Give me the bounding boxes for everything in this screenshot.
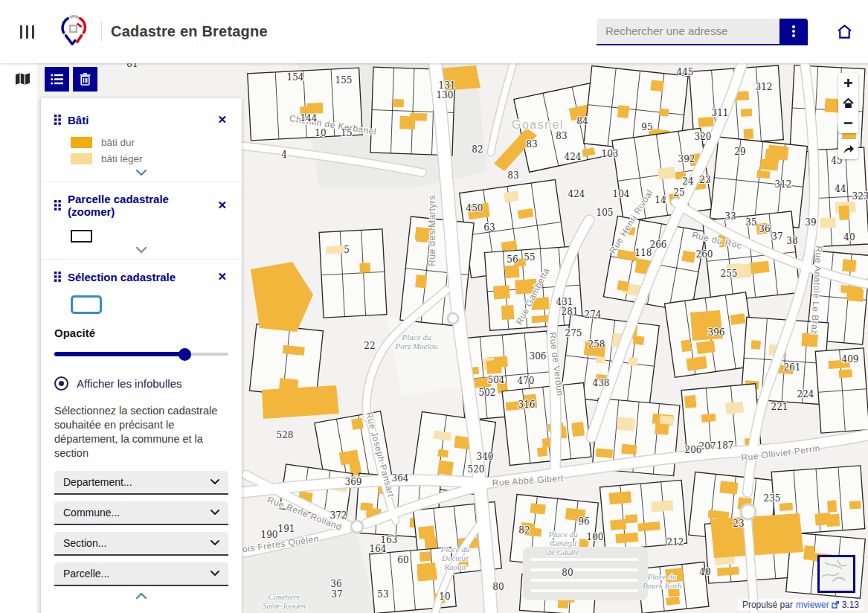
- home-icon: [836, 24, 853, 39]
- svg-text:Rue des Martyrs: Rue des Martyrs: [427, 195, 437, 266]
- map-building: [617, 280, 629, 292]
- map-building: [701, 414, 716, 423]
- svg-text:504: 504: [488, 375, 505, 385]
- svg-text:131: 131: [439, 80, 456, 91]
- svg-text:23: 23: [699, 175, 710, 185]
- clear-layers-button[interactable]: [73, 67, 97, 92]
- search-options-button[interactable]: [779, 19, 808, 44]
- svg-text:38: 38: [786, 236, 797, 246]
- map-building: [393, 99, 404, 107]
- collapse-selection-chevron[interactable]: [54, 593, 228, 599]
- svg-text:281: 281: [562, 306, 579, 317]
- map-building: [424, 537, 437, 549]
- svg-text:445: 445: [677, 67, 694, 77]
- attribution-bar: Propulsé par mviewer 3.13: [738, 599, 864, 611]
- map-building: [825, 98, 840, 112]
- chevron-down-icon: [210, 479, 219, 484]
- radio-selected-icon: [54, 376, 68, 391]
- svg-text:84: 84: [576, 116, 588, 126]
- svg-text:424: 424: [568, 189, 585, 199]
- map-building: [419, 551, 431, 562]
- svg-text:520: 520: [468, 464, 485, 475]
- home-button[interactable]: [836, 24, 853, 39]
- map-area: GoasnelChemin de KerbanelRue des Martyrs…: [0, 63, 868, 613]
- map-building: [710, 513, 803, 558]
- map-building: [628, 357, 638, 367]
- trash-icon: [80, 73, 91, 86]
- map-building: [504, 191, 519, 203]
- expand-bati-chevron[interactable]: [54, 170, 228, 176]
- svg-text:191: 191: [278, 524, 295, 534]
- svg-text:260: 260: [696, 249, 713, 260]
- svg-text:10: 10: [439, 591, 450, 602]
- svg-text:130: 130: [437, 90, 454, 100]
- layers-list-button[interactable]: [45, 67, 69, 92]
- svg-text:37: 37: [771, 231, 782, 242]
- mviewer-link[interactable]: mviewer: [796, 600, 839, 610]
- legend-swatch-bati-dur: [71, 137, 92, 148]
- infobulles-radio[interactable]: Afficher les infobulles: [54, 376, 228, 391]
- svg-text:438: 438: [593, 378, 610, 388]
- drag-handle-icon[interactable]: [54, 272, 61, 282]
- map-building: [415, 275, 427, 289]
- svg-text:29: 29: [734, 147, 745, 157]
- layer-title-selection: Sélection cadastrale: [68, 271, 176, 283]
- chevron-down-icon: [210, 571, 219, 576]
- search-input[interactable]: [597, 19, 779, 44]
- select-parcelle[interactable]: Parcelle...: [54, 562, 228, 586]
- svg-text:80: 80: [562, 568, 573, 578]
- layer-title-parcelle: Parcelle cadastrale (zoomer): [68, 193, 216, 218]
- zoom-in-button[interactable]: [838, 73, 858, 93]
- select-commune[interactable]: Commune...: [54, 501, 228, 525]
- svg-text:39: 39: [805, 217, 816, 228]
- svg-text:258: 258: [588, 339, 605, 350]
- map-building: [749, 261, 770, 275]
- zoom-out-button[interactable]: [838, 113, 858, 133]
- svg-text:Place duBourk Kozh: Place duBourk Kozh: [643, 572, 682, 590]
- layer-title-bati: Bâti: [68, 114, 89, 126]
- close-layer-bati-button[interactable]: ✕: [216, 113, 228, 126]
- close-layer-parcelle-button[interactable]: ✕: [216, 199, 228, 212]
- svg-text:323: 323: [852, 191, 868, 202]
- menu-toggle-button[interactable]: [20, 25, 34, 39]
- svg-text:15: 15: [341, 128, 352, 138]
- svg-text:23: 23: [733, 519, 744, 529]
- svg-text:190: 190: [261, 530, 278, 540]
- svg-text:155: 155: [335, 75, 353, 86]
- map-building: [617, 417, 635, 431]
- svg-text:261: 261: [784, 362, 801, 373]
- drag-handle-icon[interactable]: [54, 200, 61, 211]
- svg-text:396: 396: [708, 327, 725, 338]
- map-building: [759, 158, 778, 170]
- svg-text:60: 60: [397, 555, 408, 565]
- expand-parcelle-chevron[interactable]: [54, 247, 228, 253]
- svg-text:80: 80: [492, 582, 504, 592]
- svg-text:40: 40: [699, 567, 710, 577]
- svg-text:144: 144: [300, 113, 318, 123]
- drag-handle-icon[interactable]: [54, 115, 61, 125]
- svg-text:CimetièreSaint-Jaouen: CimetièreSaint-Jaouen: [263, 592, 306, 610]
- svg-text:266: 266: [650, 240, 667, 250]
- map-fold-icon[interactable]: [15, 72, 30, 86]
- svg-text:164: 164: [370, 544, 387, 554]
- map-building: [610, 519, 626, 530]
- select-departement[interactable]: Departement...: [54, 471, 228, 495]
- close-layer-selection-button[interactable]: ✕: [216, 270, 228, 283]
- zoom-home-button[interactable]: [838, 93, 858, 113]
- svg-text:255: 255: [721, 269, 738, 279]
- select-section[interactable]: Section...: [54, 532, 228, 556]
- map-building: [418, 526, 435, 539]
- svg-text:Goasnel: Goasnel: [512, 118, 564, 131]
- map-building: [504, 265, 519, 278]
- map-building: [741, 109, 753, 117]
- map-building: [768, 145, 788, 161]
- map-building: [839, 369, 852, 378]
- layers-panel: Bâti ✕ bâti dur bâti léger: [41, 98, 242, 613]
- map-building: [820, 217, 836, 228]
- map-building: [779, 503, 793, 511]
- overview-map[interactable]: [817, 555, 855, 593]
- slider-thumb[interactable]: [179, 348, 191, 361]
- map-building: [846, 288, 864, 302]
- opacity-slider[interactable]: [54, 348, 228, 360]
- share-button[interactable]: [838, 139, 858, 159]
